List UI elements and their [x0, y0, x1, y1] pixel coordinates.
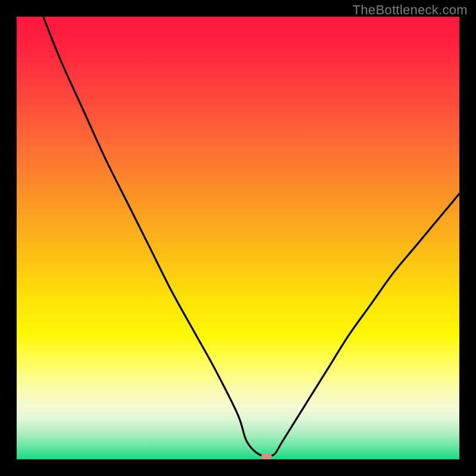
optimal-point-marker: [261, 453, 272, 459]
chart-frame: TheBottleneck.com: [0, 0, 476, 476]
watermark-text: TheBottleneck.com: [353, 2, 468, 18]
bottleneck-curve: [17, 17, 459, 459]
plot-area: [17, 17, 459, 459]
